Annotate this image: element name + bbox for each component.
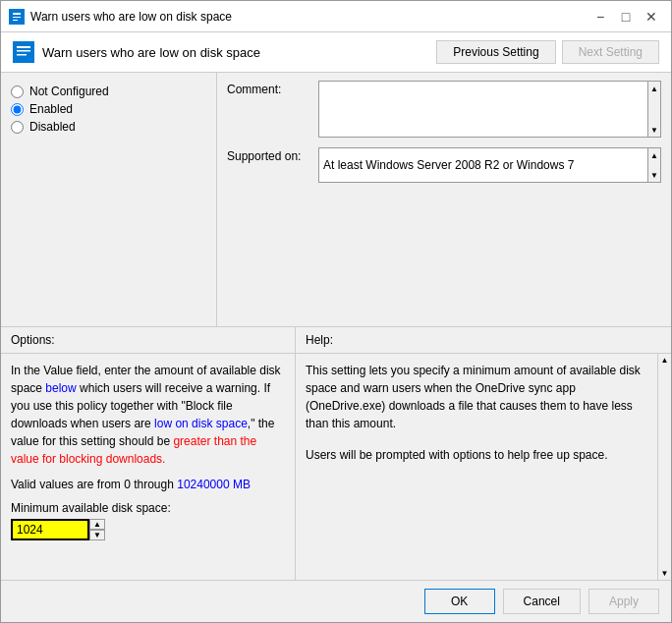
options-description: In the Value field, enter the amount of … — [11, 362, 285, 468]
supported-label: Supported on: — [227, 147, 310, 163]
comment-scroll-track — [648, 95, 660, 123]
options-desc-blue: below — [45, 381, 76, 395]
help-text-1: This setting lets you specify a minimum … — [306, 362, 647, 432]
cancel-button[interactable]: Cancel — [503, 589, 581, 614]
minimize-button[interactable]: − — [588, 7, 612, 27]
help-scroll-up[interactable]: ▲ — [658, 354, 671, 368]
help-scroll-track — [658, 368, 671, 567]
window-title: Warn users who are low on disk space — [30, 10, 232, 24]
supported-value-text: At least Windows Server 2008 R2 or Windo… — [323, 158, 574, 172]
options-desc-red: greater than the value for blocking down… — [11, 434, 256, 466]
options-panel: Options: In the Value field, enter the a… — [1, 327, 296, 581]
header-bar: Warn users who are low on disk space Pre… — [1, 32, 671, 73]
supported-scroll-down[interactable]: ▼ — [648, 168, 660, 182]
enabled-radio[interactable]: Enabled — [11, 102, 206, 116]
ok-button[interactable]: OK — [424, 589, 495, 614]
close-button[interactable]: ✕ — [640, 7, 663, 27]
previous-setting-button[interactable]: Previous Setting — [436, 40, 555, 64]
spin-down-button[interactable]: ▼ — [89, 530, 105, 540]
min-disk-space-label: Minimum available disk space: — [11, 501, 285, 515]
help-panel: Help: This setting lets you specify a mi… — [296, 327, 671, 581]
svg-rect-1 — [13, 13, 21, 15]
help-text-content: This setting lets you specify a minimum … — [296, 354, 671, 581]
help-text-2: Users will be prompted with options to h… — [306, 446, 647, 464]
supported-scroll-up[interactable]: ▲ — [648, 148, 660, 162]
svg-rect-3 — [13, 20, 18, 21]
comment-label: Comment: — [227, 81, 310, 96]
comment-textarea[interactable] — [318, 81, 647, 138]
spin-up-button[interactable]: ▲ — [89, 519, 105, 530]
comment-scroll-down[interactable]: ▼ — [648, 123, 660, 137]
options-content: In the Value field, enter the amount of … — [1, 354, 295, 581]
bottom-bar: OK Cancel Apply — [1, 580, 671, 622]
not-configured-radio[interactable]: Not Configured — [11, 85, 206, 98]
help-scrollbar[interactable]: ▲ ▼ — [657, 354, 671, 581]
title-bar: Warn users who are low on disk space − □… — [1, 1, 671, 32]
comment-field-container: ▲ ▼ — [318, 81, 661, 138]
disk-space-input[interactable] — [11, 519, 89, 540]
valid-values-text: Valid values are from 0 through 10240000… — [11, 476, 285, 493]
apply-button[interactable]: Apply — [588, 589, 659, 614]
maximize-button[interactable]: □ — [614, 7, 638, 27]
main-window: Warn users who are low on disk space − □… — [0, 0, 672, 623]
radio-group: Not Configured Enabled Disabled — [11, 85, 206, 134]
supported-row: Supported on: At least Windows Server 20… — [227, 147, 661, 183]
svg-rect-7 — [17, 54, 27, 56]
comment-scrollbar[interactable]: ▲ ▼ — [647, 81, 661, 138]
lower-section: Options: In the Value field, enter the a… — [1, 326, 671, 581]
help-scroll-container: This setting lets you specify a minimum … — [296, 354, 671, 581]
valid-values-highlight: 10240000 MB — [177, 478, 251, 491]
header-icon — [13, 41, 34, 63]
header-title: Warn users who are low on disk space — [42, 45, 260, 60]
options-desc-blue2: low on disk space — [154, 417, 248, 430]
disabled-radio[interactable]: Disabled — [11, 120, 206, 134]
svg-rect-2 — [13, 17, 21, 18]
next-setting-button[interactable]: Next Setting — [562, 40, 659, 64]
supported-field-container: At least Windows Server 2008 R2 or Windo… — [318, 147, 661, 183]
comment-scroll-up[interactable]: ▲ — [648, 82, 660, 95]
help-header: Help: — [296, 327, 671, 354]
header-buttons: Previous Setting Next Setting — [436, 40, 659, 64]
spinner-buttons: ▲ ▼ — [89, 519, 105, 540]
supported-scrollbar[interactable]: ▲ ▼ — [647, 147, 661, 183]
supported-value-box: At least Windows Server 2008 R2 or Windo… — [318, 147, 647, 183]
svg-rect-5 — [17, 46, 30, 48]
window-icon — [9, 9, 25, 25]
svg-rect-6 — [17, 50, 30, 52]
header-left: Warn users who are low on disk space — [13, 41, 260, 63]
svg-rect-4 — [15, 43, 32, 61]
spinner-container: ▲ ▼ — [11, 519, 285, 540]
right-panel: Comment: ▲ ▼ Supported on: At least Wind… — [217, 73, 671, 326]
title-bar-left: Warn users who are low on disk space — [9, 9, 232, 25]
comment-row: Comment: ▲ ▼ — [227, 81, 661, 138]
left-panel: Not Configured Enabled Disabled — [1, 73, 217, 326]
options-header: Options: — [1, 327, 295, 354]
content-area: Not Configured Enabled Disabled Comment: — [1, 73, 671, 326]
help-scroll-down[interactable]: ▼ — [658, 566, 671, 580]
title-controls: − □ ✕ — [588, 7, 663, 27]
